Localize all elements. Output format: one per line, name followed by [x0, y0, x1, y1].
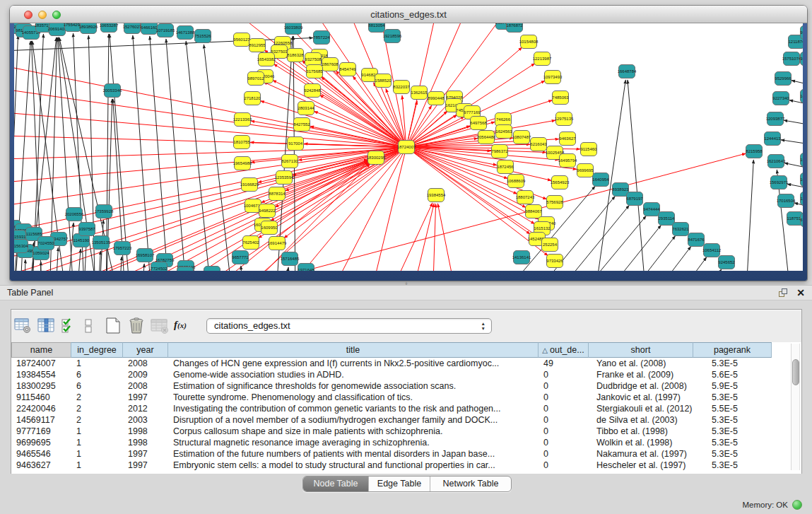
tab-edge-table[interactable]: Edge Table	[368, 477, 430, 491]
graph-node[interactable]: 13505135	[92, 236, 111, 250]
close-panel-icon[interactable]: ✕	[796, 287, 805, 299]
table-cell[interactable]: Stergiakouli et al. (2012)	[589, 403, 693, 414]
graph-node[interactable]: 19166829	[240, 178, 259, 192]
graph-node[interactable]: 20053346	[103, 84, 122, 98]
table-cell[interactable]: 1997	[123, 448, 168, 460]
table-cell[interactable]: 0	[539, 426, 589, 437]
graph-node[interactable]: 7632621	[672, 223, 689, 236]
graph-node[interactable]: 12093877	[766, 112, 785, 126]
table-scrollbar-thumb[interactable]	[792, 359, 799, 385]
table-cell[interactable]: 18724007	[11, 358, 71, 369]
graph-node[interactable]: 16648784	[618, 65, 637, 78]
table-scrollbar[interactable]	[791, 344, 800, 470]
graph-node[interactable]: 15276027	[123, 23, 142, 34]
graph-node[interactable]: 6497568	[470, 117, 487, 130]
graph-node[interactable]: 9498222	[259, 204, 276, 218]
table-row[interactable]: 1938455462009Genome-wide association stu…	[11, 369, 801, 380]
graph-node[interactable]: 15751074	[782, 52, 801, 66]
graph-node[interactable]: 15716485	[281, 252, 300, 266]
graph-node[interactable]: 19218596	[383, 30, 402, 43]
table-cell[interactable]: 14569117	[11, 414, 71, 426]
float-panel-icon[interactable]	[779, 288, 788, 298]
graph-edge[interactable]	[283, 267, 288, 271]
table-cell[interactable]: 9115460	[11, 392, 71, 403]
column-header-name[interactable]: name	[11, 342, 71, 358]
graph-node[interactable]: 2867608	[322, 58, 339, 71]
table-row[interactable]: 1872400712008Changes of HCN gene express…	[11, 358, 801, 369]
graph-edge[interactable]	[14, 147, 406, 160]
graph-node[interactable]: 12975135	[555, 112, 574, 126]
table-cell[interactable]: Embryonic stem cells: a model to study s…	[168, 460, 539, 471]
table-cell[interactable]: 1	[71, 448, 123, 460]
graph-node[interactable]: 9450312	[177, 267, 194, 271]
graph-node[interactable]: 8912955	[249, 39, 266, 52]
graph-edge[interactable]	[98, 251, 100, 271]
graph-node[interactable]: 19654988	[233, 157, 252, 170]
graph-node[interactable]: 7857224	[313, 31, 330, 45]
graph-node[interactable]: 12213987	[533, 52, 552, 66]
table-cell[interactable]: 18300295	[11, 380, 71, 392]
graph-node[interactable]: 5756928	[546, 196, 563, 209]
graph-edge[interactable]	[746, 160, 753, 271]
graph-node[interactable]: 7485063	[552, 91, 569, 105]
graph-node[interactable]: 1876872	[506, 23, 523, 33]
graph-node[interactable]: 1103162	[801, 192, 804, 206]
delete-column-icon[interactable]	[151, 317, 169, 337]
table-cell[interactable]: Jankovic et al. (1997)	[589, 392, 693, 403]
graph-node[interactable]: 1624563	[495, 125, 512, 139]
column-header-title[interactable]: title	[168, 342, 539, 358]
graph-edge[interactable]	[385, 203, 433, 271]
graph-node[interactable]: 9115460	[581, 143, 598, 156]
tab-network-table[interactable]: Network Table	[430, 477, 511, 491]
graph-node[interactable]: 18938926	[79, 23, 98, 34]
graph-node[interactable]: 7024550	[37, 237, 54, 250]
graph-node[interactable]: 8322037	[393, 81, 410, 94]
table-cell[interactable]: Corpus callosum shape and size in male p…	[168, 426, 539, 437]
graph-node[interactable]: 20206556	[65, 208, 84, 221]
graph-node[interactable]: 16033809	[284, 23, 303, 35]
graph-node[interactable]: 1362615	[411, 86, 428, 100]
table-row[interactable]: 946554611997Estimation of the future num…	[11, 448, 801, 460]
graph-node[interactable]: 12353594	[275, 171, 294, 185]
table-cell[interactable]: 0	[539, 437, 589, 448]
graph-edge[interactable]	[696, 269, 722, 271]
table-cell[interactable]: 0	[539, 369, 589, 380]
graph-node[interactable]: 10154808	[519, 35, 539, 49]
graph-node[interactable]: 917004	[288, 137, 304, 151]
graph-node[interactable]: 1872456	[497, 160, 514, 174]
table-cell[interactable]: Dudbridge et al. (2008)	[589, 380, 693, 392]
column-header-year[interactable]: year	[123, 342, 168, 358]
graph-edge[interactable]	[597, 225, 661, 271]
table-cell[interactable]: 2003	[123, 414, 168, 426]
column-header-in_degree[interactable]: in_degree	[71, 342, 123, 358]
table-cell[interactable]: Changes of HCN gene expression and I(f) …	[168, 358, 539, 369]
table-cell[interactable]: 6	[71, 380, 123, 392]
table-cell[interactable]: Franke et al. (2009)	[589, 369, 693, 380]
graph-node[interactable]: 8813054	[368, 23, 385, 33]
graph-node[interactable]: 9327508	[305, 53, 322, 66]
graph-node[interactable]: 18300295	[367, 151, 386, 165]
graph-node[interactable]: 1244413	[764, 132, 781, 146]
graph-node[interactable]: 16914479	[268, 237, 287, 250]
zoom-window-button[interactable]	[52, 11, 61, 19]
graph-node[interactable]: 252254	[542, 238, 558, 252]
graph-node[interactable]: 9242848	[304, 84, 321, 98]
graph-edge[interactable]	[787, 184, 803, 190]
graph-node[interactable]: 1640954	[592, 173, 609, 187]
table-cell[interactable]: 22420046	[11, 403, 71, 414]
graph-node[interactable]: 8990448	[428, 92, 445, 105]
table-cell[interactable]: 1	[71, 437, 123, 448]
table-cell[interactable]: 2	[71, 414, 123, 426]
unselect-all-icon[interactable]	[84, 317, 94, 337]
graph-node[interactable]: 8186328	[287, 49, 304, 62]
graph-node[interactable]: 1588520	[375, 74, 392, 88]
table-cell[interactable]: Genome-wide association studies in ADHD.	[168, 369, 539, 380]
graph-node[interactable]: 10688609	[507, 175, 526, 188]
table-cell[interactable]: 19384554	[11, 369, 71, 380]
table-row[interactable]: 1456911722003Disruption of a novel membe…	[11, 414, 801, 426]
graph-node[interactable]: 2803144	[298, 102, 314, 115]
graph-node[interactable]: 9699695	[577, 164, 594, 177]
graph-node[interactable]: 7515526	[194, 30, 211, 43]
table-cell[interactable]: 1	[71, 358, 123, 369]
table-cell[interactable]: 1998	[123, 437, 168, 448]
